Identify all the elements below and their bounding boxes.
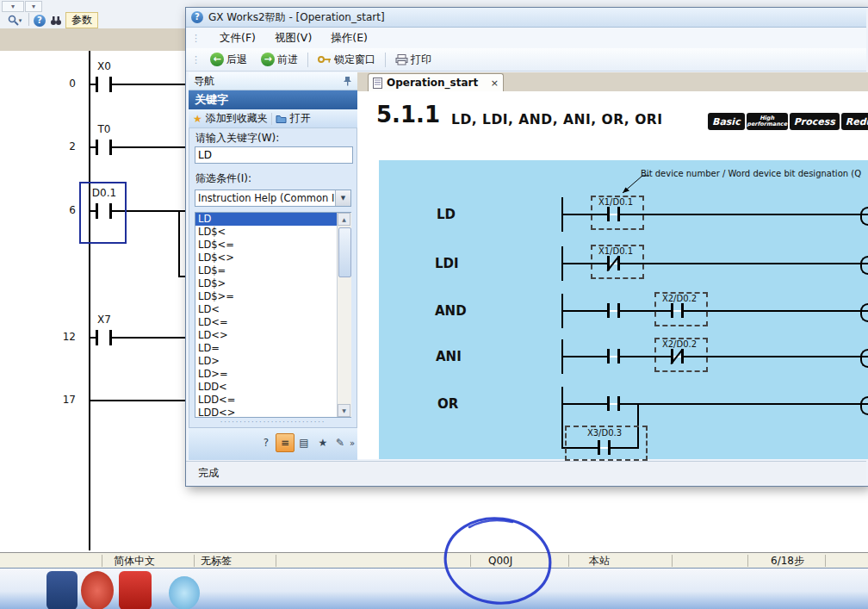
keyword-view-icon[interactable]: ≡	[276, 433, 294, 452]
figure-rail	[561, 387, 563, 449]
taskbar-app-icon[interactable]	[119, 571, 152, 609]
scroll-down-icon[interactable]: ▼	[338, 404, 350, 417]
contents-view-icon[interactable]: ▤	[294, 433, 313, 452]
list-item[interactable]: LD<>	[195, 329, 337, 342]
contact-label[interactable]: X0	[84, 60, 125, 72]
list-item[interactable]: LD	[195, 213, 337, 226]
contact-bar	[109, 330, 112, 345]
section-number: 5.1.1	[376, 102, 440, 127]
instruction-label: LDI	[435, 256, 459, 271]
keyword-input[interactable]	[195, 146, 353, 164]
add-favorite-button[interactable]: 添加到收藏夹	[206, 111, 268, 126]
tab-close-icon[interactable]: ×	[491, 78, 499, 89]
help-view-icon[interactable]: ?	[257, 433, 276, 452]
open-button[interactable]: 打开	[290, 111, 311, 126]
search-button[interactable]	[47, 12, 65, 28]
list-item[interactable]: LD>	[195, 355, 337, 368]
contact-bar	[617, 349, 620, 364]
contact-bar	[607, 303, 610, 318]
favorites-view-icon[interactable]: ★	[313, 433, 332, 452]
print-button[interactable]: 打印	[391, 51, 436, 69]
tab-operation-start[interactable]: Operation_start ×	[368, 73, 504, 91]
list-item[interactable]: LD$<=	[195, 239, 337, 252]
list-item[interactable]: LD$=	[195, 264, 337, 277]
branch-line-vertical	[178, 212, 180, 277]
coil-symbol	[860, 396, 868, 415]
contact-gap	[600, 447, 608, 449]
lock-window-label: 锁定窗口	[334, 53, 375, 67]
status-separator	[102, 555, 102, 567]
contact-label[interactable]: X7	[84, 314, 125, 326]
taskbar-app-icon[interactable]	[46, 571, 78, 609]
rung-number: 6	[43, 204, 76, 216]
overflow-chevron-icon[interactable]: »	[346, 433, 358, 452]
list-item[interactable]: LD<=	[195, 316, 337, 329]
scroll-thumb[interactable]	[338, 227, 351, 277]
list-item[interactable]: LD$>=	[195, 290, 337, 303]
list-scrollbar[interactable]: ▲ ▼	[337, 213, 351, 417]
menu-operate[interactable]: 操作(E)	[331, 31, 368, 46]
contact-bar	[96, 140, 98, 155]
rung-number: 17	[43, 394, 76, 406]
keyword-header-label: 关键字	[195, 92, 228, 108]
grip-icon: ⋮	[191, 33, 201, 44]
key-icon	[318, 55, 332, 64]
status-separator	[747, 555, 748, 567]
help-button[interactable]: ?	[31, 12, 48, 28]
list-item[interactable]: LDD<=	[195, 394, 337, 407]
help-titlebar[interactable]: ? GX Works2帮助 - [Operation_start]	[186, 8, 866, 28]
binoculars-icon	[50, 16, 62, 26]
contact-gap	[98, 146, 109, 148]
contact-bar	[598, 440, 600, 455]
find-device-button[interactable]: ▾	[2, 12, 28, 28]
list-item[interactable]: LDD<>	[195, 407, 337, 418]
contact-label[interactable]: T0	[84, 123, 125, 135]
help-statusbar: 完成	[186, 461, 866, 484]
back-button[interactable]: ← 后退	[206, 51, 251, 69]
ladder-selection-cursor	[79, 182, 127, 244]
taskbar-app-icon[interactable]	[81, 571, 114, 609]
scroll-up-icon[interactable]: ▲	[338, 213, 350, 226]
menu-view[interactable]: 视图(V)	[275, 31, 312, 46]
toolbar-mini-button[interactable]: ▾	[25, 1, 42, 12]
coil-symbol	[860, 303, 868, 322]
print-label: 打印	[411, 53, 431, 67]
list-item[interactable]: LD$>	[195, 277, 337, 290]
device-label: X1/D0.1	[591, 197, 641, 207]
list-item[interactable]: LD>=	[195, 368, 337, 381]
filter-dropdown[interactable]: Instruction Help (Common Ins ▼	[195, 190, 351, 207]
menu-file[interactable]: 文件(F)	[220, 31, 256, 46]
panel-splitter[interactable]: ···························	[189, 419, 357, 427]
status-steps: 6/18步	[771, 554, 804, 568]
toolbar-separator	[271, 113, 272, 125]
navigation-title: 导航	[194, 74, 214, 89]
cpu-series-badges: Basic High performance Process Redundant…	[708, 113, 868, 130]
instruction-label: AND	[435, 303, 467, 319]
status-separator	[276, 555, 276, 567]
list-item[interactable]: LD$<	[195, 226, 337, 239]
list-item[interactable]: LD$<>	[195, 252, 337, 264]
contact-gap	[610, 403, 617, 405]
pushpin-icon[interactable]	[343, 76, 352, 86]
contact-gap	[98, 337, 109, 339]
filter-value: Instruction Help (Common Ins	[195, 192, 335, 204]
forward-button[interactable]: → 前进	[257, 51, 302, 69]
list-item[interactable]: LDD<	[195, 381, 337, 394]
dropdown-arrow-icon[interactable]: ▼	[335, 190, 350, 206]
lock-window-button[interactable]: 锁定窗口	[313, 51, 380, 69]
toolbar-separator	[28, 13, 29, 26]
contact-bar	[607, 396, 610, 411]
toolbar-mini-button[interactable]: ▾	[2, 1, 24, 12]
list-item[interactable]: LD<	[195, 303, 337, 316]
grip-icon: ⋮	[191, 54, 201, 65]
device-label: X1/D0.1	[591, 246, 641, 256]
keyword-input-label: 请输入关键字(W):	[195, 131, 279, 146]
help-status-text: 完成	[198, 466, 219, 481]
taskbar-app-icon[interactable]	[169, 576, 200, 609]
keyword-listbox[interactable]: LD LD$< LD$<= LD$<> LD$= LD$> LD$>= LD< …	[195, 212, 351, 418]
status-language: 简体中文	[114, 554, 155, 568]
navigation-titlebar: 导航	[189, 72, 357, 90]
parameters-button[interactable]: 参数	[65, 12, 98, 28]
list-item[interactable]: LD=	[195, 342, 337, 355]
navigation-iconbar: ? ≡ ▤ ★ ✎ »	[189, 427, 357, 460]
